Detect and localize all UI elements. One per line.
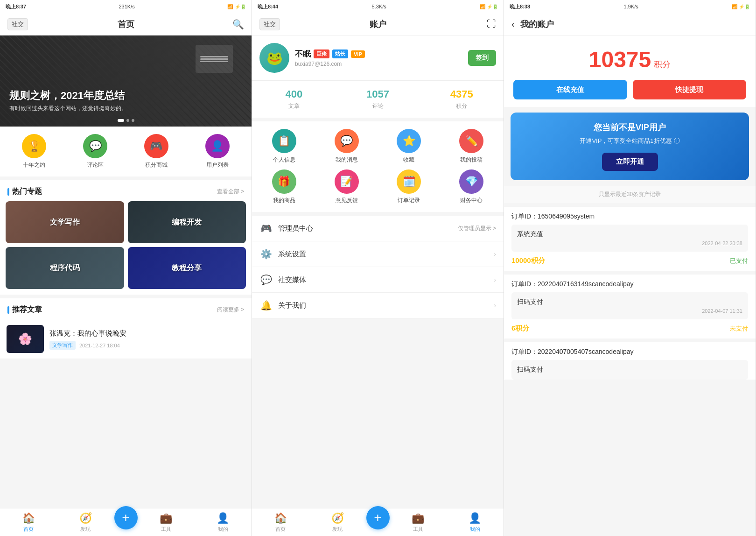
status-bar-account: 晚上8:44 5.3K/s 📶 ⚡🔋 [252, 0, 504, 13]
tools-tab-label: 工具 [161, 526, 171, 533]
articles-more[interactable]: 阅读更多 > [217, 306, 244, 314]
menu-favorites[interactable]: ⭐ 收藏 [381, 129, 438, 164]
menu-admin-center[interactable]: 🎮 管理员中心 仅管理员显示 > [252, 216, 504, 241]
articles-header: 推荐文章 阅读更多 > [0, 298, 252, 319]
sign-in-button[interactable]: 签到 [468, 50, 496, 66]
stat-articles[interactable]: 400 文章 [252, 88, 336, 110]
order-1-date: 2022-04-22 20:38 [517, 240, 742, 246]
menu-finance[interactable]: 💎 财务中心 [443, 169, 500, 205]
withdraw-button[interactable]: 快捷提现 [633, 80, 747, 99]
home-nav-title: 首页 [118, 19, 134, 30]
back-button[interactable]: ‹ [511, 19, 515, 29]
network-account: 5.3K/s [372, 4, 386, 9]
finance-icon: 💎 [459, 169, 483, 194]
account-nav-title: 账户 [370, 19, 386, 30]
quick-icon-users[interactable]: 👤 用户列表 [205, 134, 230, 169]
admin-center-right: 仅管理员显示 > [458, 225, 496, 233]
topic-code[interactable]: 程序代码 [6, 247, 124, 289]
admin-center-icon: 🎮 [259, 223, 273, 234]
menu-feedback[interactable]: 📝 意见反馈 [318, 169, 375, 205]
menu-personal-info[interactable]: 📋 个人信息 [256, 129, 313, 164]
vip-open-button[interactable]: 立即开通 [602, 153, 658, 171]
quick-icon-shop[interactable]: 🎮 积分商城 [144, 134, 168, 169]
social-btn-home[interactable]: 社交 [7, 18, 28, 30]
banner-decoration [196, 45, 233, 73]
home-banner[interactable]: 规则之树，2021年度总结 有时候回过头来看这个网站，还觉得挺奇妙的。 [0, 35, 252, 127]
tab-account-tools[interactable]: 💼 工具 [390, 512, 447, 533]
article-item-1[interactable]: 🌸 张温克：我的心事说晚安 文学写作 2021-12-27 18:04 [0, 319, 252, 359]
order-2-status: 未支付 [730, 324, 748, 333]
article-title-1: 张温克：我的心事说晚安 [49, 328, 245, 338]
hot-topics-more[interactable]: 查看全部 > [217, 188, 244, 196]
topic-tutorial[interactable]: 教程分享 [128, 247, 246, 289]
users-label: 用户列表 [206, 161, 229, 169]
tab-bar-account: 🏠 首页 🧭 发现 + 💼 工具 👤 我的 [252, 508, 504, 536]
my-account-panel: 晚上8:38 1.9K/s 📶 ⚡🔋 ‹ 我的账户 10375 积分 在线充值 … [504, 0, 756, 536]
tab-home-mine[interactable]: 👤 我的 [195, 512, 252, 533]
home-tab-label: 首页 [23, 526, 34, 533]
quick-icon-anniversary[interactable]: 🏆 十年之约 [22, 134, 46, 169]
user-avatar: 🐸 [259, 43, 289, 73]
points-number: 10375 [589, 47, 651, 72]
menu-about-us[interactable]: 🔔 关于我们 › [252, 293, 504, 318]
tab-home-plus[interactable]: + [114, 506, 138, 529]
feedback-label: 意见反馈 [336, 197, 358, 205]
network-home: 231K/s [119, 4, 134, 9]
social-btn-account[interactable]: 社交 [259, 18, 280, 30]
stat-comments-label: 评论 [372, 102, 384, 110]
my-goods-icon: 🎁 [272, 169, 296, 194]
time-account: 晚上8:44 [258, 3, 278, 10]
status-icons-home: 📶 ⚡🔋 [227, 4, 246, 9]
menu-messages[interactable]: 💬 我的消息 [318, 129, 375, 164]
tab-account-mine[interactable]: 👤 我的 [447, 512, 504, 533]
topic-literature[interactable]: 文学写作 [6, 201, 124, 243]
social-media-text: 社交媒体 [278, 275, 494, 284]
tools2-tab-label: 工具 [413, 526, 423, 533]
shop-label: 积分商城 [145, 161, 168, 169]
stat-comments[interactable]: 1057 评论 [336, 88, 420, 110]
menu-my-goods[interactable]: 🎁 我的商品 [256, 169, 313, 205]
banner-dot-2 [126, 119, 129, 122]
menu-submissions[interactable]: ✏️ 我的投稿 [443, 129, 500, 164]
home2-tab-label: 首页 [275, 526, 286, 533]
tools2-tab-icon: 💼 [412, 512, 424, 524]
anniversary-icon: 🏆 [22, 134, 46, 158]
tab-home-discover[interactable]: 🧭 发现 [57, 512, 114, 533]
stat-points[interactable]: 4375 积分 [420, 88, 504, 110]
order-1-name: 系统充值 [517, 230, 742, 239]
users-icon: 👤 [205, 134, 230, 158]
mine-tab-label: 我的 [218, 526, 228, 533]
status-icons-account: 📶 ⚡🔋 [480, 4, 498, 9]
tab-home-home[interactable]: 🏠 首页 [0, 512, 57, 533]
tab-home-tools[interactable]: 💼 工具 [138, 512, 195, 533]
my-account-title: 我的账户 [520, 19, 554, 30]
anniversary-label: 十年之约 [23, 161, 45, 169]
topic-label-coding: 编程开发 [172, 218, 202, 227]
favorites-label: 收藏 [403, 156, 414, 164]
tab-account-plus[interactable]: + [366, 506, 390, 529]
tools-tab-icon: 💼 [160, 512, 172, 524]
status-bar-home: 晚上8:37 231K/s 📶 ⚡🔋 [0, 0, 252, 13]
about-us-text: 关于我们 [278, 301, 494, 310]
home-panel: 晚上8:37 231K/s 📶 ⚡🔋 社交 首页 🔍 规则之树，2021年度总结 [0, 0, 252, 536]
expand-icon-account[interactable]: ⛶ [487, 19, 496, 29]
submissions-label: 我的投稿 [460, 156, 483, 164]
stat-comments-value: 1057 [366, 88, 389, 100]
menu-orders[interactable]: 🗓️ 订单记录 [381, 169, 438, 205]
menu-social-media[interactable]: 💬 社交媒体 › [252, 267, 504, 293]
tab-account-home[interactable]: 🏠 首页 [252, 512, 309, 533]
vip-info-icon: ⓘ [674, 137, 680, 145]
account-scroll: 🐸 不眠 巨佬 站长 VIP buxia97@126.com 签到 400 文章… [252, 35, 504, 508]
quick-icon-comments[interactable]: 💬 评论区 [83, 134, 107, 169]
vip-card-desc: 开通VIP，可享受全站商品1折优惠 ⓘ [520, 137, 740, 145]
search-icon-home[interactable]: 🔍 [232, 19, 244, 30]
discover2-tab-icon: 🧭 [331, 512, 344, 524]
comments-label: 评论区 [87, 161, 104, 169]
tab-account-discover[interactable]: 🧭 发现 [309, 512, 366, 533]
my-goods-label: 我的商品 [273, 197, 295, 205]
recharge-button[interactable]: 在线充值 [513, 80, 627, 99]
topic-coding[interactable]: 编程开发 [128, 201, 246, 243]
order-1-detail: 系统充值 2022-04-22 20:38 [511, 225, 748, 252]
banner-dot-3 [132, 119, 134, 122]
menu-system-settings[interactable]: ⚙️ 系统设置 › [252, 241, 504, 267]
